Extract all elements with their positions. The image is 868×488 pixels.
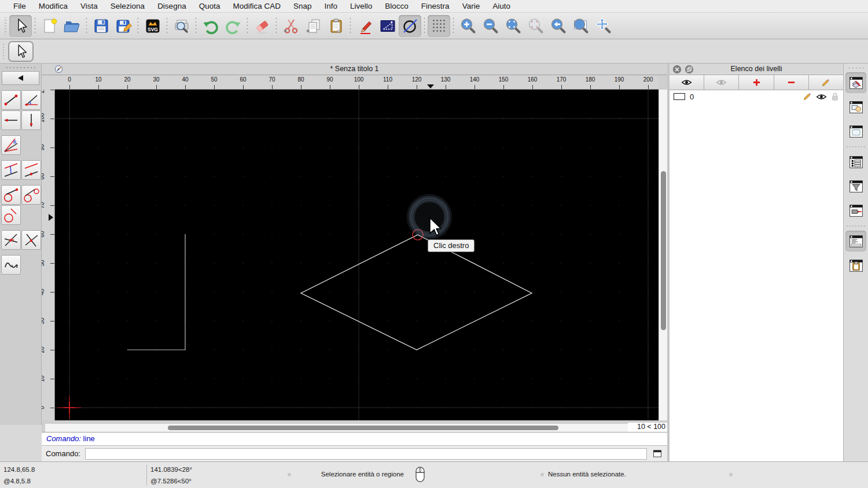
zoom-in-button[interactable] (457, 15, 479, 37)
menu-varie[interactable]: Varie (456, 2, 487, 10)
dock-pen-button[interactable] (845, 200, 866, 221)
line-freehand-button[interactable] (1, 255, 21, 275)
drawing-canvas[interactable]: Clic destro (55, 90, 659, 420)
line-angle-button[interactable] (21, 90, 41, 110)
line-vertical-button[interactable] (21, 110, 41, 130)
palette-group (0, 230, 42, 250)
show-all-layers-button[interactable] (670, 75, 704, 90)
add-layer-button[interactable] (739, 75, 774, 90)
select-button[interactable] (9, 15, 32, 37)
line-freehand-icon (2, 256, 20, 273)
hide-all-layers-button[interactable] (704, 75, 739, 90)
palette-drag-handle[interactable] (5, 66, 36, 69)
layer-list: 0 (670, 90, 843, 461)
menu-info[interactable]: Info (318, 2, 344, 10)
line-bisector-button[interactable] (1, 135, 21, 155)
dock-clipboard-button[interactable] (845, 255, 866, 276)
line-parallel-point-button[interactable] (21, 160, 41, 180)
dock-filter-button[interactable] (845, 176, 866, 197)
zoom-selected-button[interactable] (524, 15, 547, 37)
menu-livello[interactable]: Livello (344, 2, 378, 10)
line-orthogonal-button[interactable] (21, 230, 41, 250)
menu-aiuto[interactable]: Aiuto (486, 2, 517, 10)
zoom-out-button[interactable] (479, 15, 502, 37)
vertical-scrollbar-thumb[interactable] (661, 171, 666, 330)
dock-blocks-button[interactable] (845, 97, 866, 117)
menu-snap[interactable]: Snap (287, 2, 318, 10)
dock-properties-button[interactable] (845, 151, 866, 172)
h-ruler-label: 140 (466, 76, 483, 83)
grid-toggle-button[interactable] (428, 15, 450, 37)
toolbar-drag-handle[interactable] (2, 43, 5, 60)
dock-layers-button[interactable] (845, 72, 866, 93)
horizontal-scrollbar-thumb[interactable] (168, 426, 558, 430)
library-window-icon (848, 124, 864, 139)
remove-layer-button[interactable] (774, 75, 809, 90)
pen-button[interactable] (354, 15, 376, 37)
pan-button[interactable] (592, 15, 615, 37)
menu-file[interactable]: File (7, 2, 32, 10)
dock-library-button[interactable] (845, 121, 866, 142)
polar-relative: @7.5286<50° (150, 478, 192, 485)
save-button[interactable] (90, 15, 112, 37)
pan-icon (594, 17, 613, 35)
edit-layer-button[interactable] (809, 75, 843, 90)
zoom-window-button[interactable] (569, 15, 592, 37)
cut-button[interactable] (279, 15, 302, 37)
layer-color-swatch[interactable] (674, 93, 685, 100)
save-as-button[interactable] (112, 15, 135, 37)
filter-window-icon (848, 179, 864, 194)
h-ruler-label: 160 (524, 76, 541, 83)
line-orthogonal-tangent-button[interactable] (1, 205, 21, 225)
menu-seleziona[interactable]: Seleziona (104, 2, 151, 10)
layer-lock-button[interactable] (831, 92, 839, 101)
horizontal-scrollbar[interactable] (45, 424, 628, 432)
strip-drag-handle[interactable] (848, 66, 864, 69)
menu-finestra[interactable]: Finestra (415, 2, 456, 10)
undo-button[interactable] (199, 15, 222, 37)
menu-modifica[interactable]: Modifica (32, 2, 74, 10)
canvas-svg (55, 90, 659, 420)
eraser-icon (253, 17, 271, 35)
line-two-points-button[interactable] (1, 90, 21, 110)
layer-visibility-button[interactable] (816, 93, 827, 101)
toolbar-drag-handle[interactable] (3, 17, 8, 35)
menu-vista[interactable]: Vista (74, 2, 104, 10)
menu-blocco[interactable]: Blocco (378, 2, 415, 10)
draft-mode-button[interactable] (399, 15, 421, 37)
command-detach-button[interactable] (652, 449, 663, 459)
menu-quota[interactable]: Quota (193, 2, 227, 10)
pointer-button[interactable] (8, 41, 34, 62)
copy-button[interactable] (302, 15, 325, 37)
paste-button[interactable] (325, 15, 347, 37)
menu-disegna[interactable]: Disegna (151, 2, 193, 10)
line-bisector-icon (2, 136, 20, 154)
line-relative-angle-button[interactable] (1, 230, 21, 250)
dock-command-button[interactable] (845, 231, 866, 252)
layer-row[interactable]: 0 (670, 90, 843, 103)
h-ruler-tick (330, 85, 330, 89)
line-horizontal-button[interactable] (1, 110, 21, 130)
vertical-scrollbar[interactable] (659, 90, 667, 420)
new-document-button[interactable] (38, 15, 61, 37)
zoom-auto-button[interactable] (502, 15, 524, 37)
palette-tools (0, 90, 41, 275)
open-button[interactable] (61, 15, 83, 37)
line-tangent-circles-button[interactable] (21, 185, 41, 205)
menu-modifica-cad[interactable]: Modifica CAD (226, 2, 287, 10)
export-svg-button[interactable]: SVG (141, 15, 164, 37)
zoom-window-icon (572, 17, 590, 35)
save-icon (92, 17, 111, 35)
redo-button[interactable] (222, 15, 244, 37)
dimension-button[interactable] (376, 15, 399, 37)
layer-edit-button[interactable] (803, 92, 812, 101)
line-tangent-point-button[interactable] (1, 185, 21, 205)
toolbar-separator (84, 17, 89, 35)
command-input[interactable] (85, 448, 647, 460)
line-vertical-icon (23, 112, 40, 129)
delete-button[interactable] (251, 15, 273, 37)
print-preview-button[interactable] (170, 15, 193, 37)
line-parallel-distance-button[interactable] (1, 160, 21, 180)
palette-back-button[interactable] (2, 71, 39, 85)
zoom-previous-button[interactable] (547, 15, 569, 37)
